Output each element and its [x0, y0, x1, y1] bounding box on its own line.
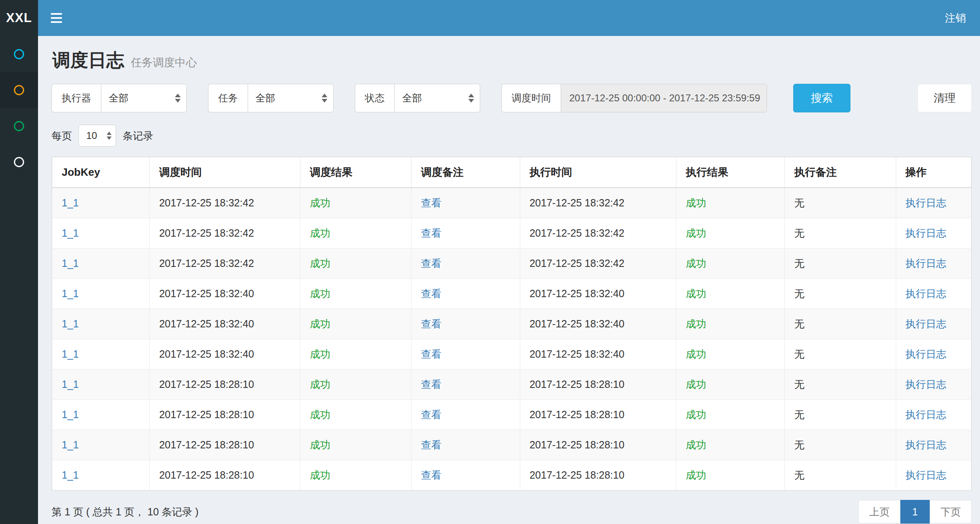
status-select[interactable]: 全部 — [394, 84, 480, 112]
next-page-button[interactable]: 下页 — [929, 500, 972, 524]
view-link[interactable]: 查看 — [421, 439, 441, 450]
trigger-time: 2017-12-25 18:28:10 — [159, 378, 254, 390]
cell-trigger-msg: 查看 — [412, 188, 520, 218]
cell-handle-result: 成功 — [676, 188, 785, 218]
search-button[interactable]: 搜索 — [793, 84, 850, 112]
jobkey-link[interactable]: 1_1 — [62, 227, 79, 239]
cell-handle-msg: 无 — [785, 460, 896, 490]
sidebar-toggle-button[interactable] — [38, 0, 75, 36]
cell-action: 执行日志 — [896, 218, 971, 249]
view-link[interactable]: 查看 — [421, 348, 441, 360]
cell-trigger-time: 2017-12-25 18:28:10 — [150, 369, 300, 400]
exec-log-link[interactable]: 执行日志 — [906, 348, 946, 360]
cell-handle-time: 2017-12-25 18:28:10 — [520, 430, 676, 460]
table-row: 1_12017-12-25 18:28:10成功查看2017-12-25 18:… — [52, 430, 971, 460]
trigger-time: 2017-12-25 18:32:42 — [159, 258, 254, 269]
trigger-time: 2017-12-25 18:32:42 — [159, 227, 254, 239]
job-select[interactable]: 全部 — [248, 84, 333, 112]
view-link[interactable]: 查看 — [421, 318, 441, 329]
exec-log-link[interactable]: 执行日志 — [906, 469, 946, 481]
column-header: JobKey — [52, 157, 150, 188]
trigger-time: 2017-12-25 18:28:10 — [159, 409, 254, 420]
table-row: 1_12017-12-25 18:32:42成功查看2017-12-25 18:… — [52, 218, 971, 249]
cell-handle-msg: 无 — [785, 249, 896, 279]
jobkey-link[interactable]: 1_1 — [62, 197, 79, 208]
handle-msg: 无 — [794, 348, 804, 360]
exec-log-link[interactable]: 执行日志 — [906, 197, 946, 208]
view-link[interactable]: 查看 — [421, 288, 441, 299]
logout-link[interactable]: 注销 — [939, 11, 972, 25]
cell-jobkey: 1_1 — [52, 369, 150, 400]
exec-log-link[interactable]: 执行日志 — [906, 439, 946, 450]
exec-log-link[interactable]: 执行日志 — [906, 409, 946, 420]
exec-log-link[interactable]: 执行日志 — [906, 288, 946, 299]
job-filter-group: 任务 全部 — [208, 84, 333, 112]
handle-result: 成功 — [686, 197, 706, 208]
jobkey-link[interactable]: 1_1 — [62, 409, 79, 420]
executor-select[interactable]: 全部 — [101, 84, 187, 112]
view-link[interactable]: 查看 — [421, 469, 441, 481]
cell-trigger-result: 成功 — [300, 460, 412, 490]
cell-action: 执行日志 — [896, 369, 971, 400]
length-prefix-label: 每页 — [51, 129, 72, 143]
cell-trigger-msg: 查看 — [412, 339, 520, 369]
view-link[interactable]: 查看 — [421, 378, 441, 390]
view-link[interactable]: 查看 — [421, 227, 441, 239]
cell-trigger-time: 2017-12-25 18:32:40 — [150, 279, 300, 309]
main-content: 调度日志 任务调度中心 执行器 全部 任务 全部 状态 全部 — [38, 36, 980, 524]
handle-result: 成功 — [686, 348, 706, 360]
handle-result: 成功 — [686, 439, 706, 450]
cell-jobkey: 1_1 — [52, 188, 150, 218]
cell-jobkey: 1_1 — [52, 460, 150, 490]
clear-button[interactable]: 清理 — [917, 84, 972, 112]
cell-trigger-result: 成功 — [300, 400, 412, 430]
exec-log-link[interactable]: 执行日志 — [906, 378, 946, 390]
cell-jobkey: 1_1 — [52, 218, 150, 249]
prev-page-button[interactable]: 上页 — [858, 500, 901, 524]
exec-log-link[interactable]: 执行日志 — [906, 227, 946, 239]
exec-log-link[interactable]: 执行日志 — [906, 258, 946, 269]
job-filter-label: 任务 — [208, 84, 248, 112]
cell-trigger-time: 2017-12-25 18:32:42 — [150, 188, 300, 218]
view-link[interactable]: 查看 — [421, 258, 441, 269]
sidebar-item-menu-3[interactable] — [0, 108, 38, 144]
cell-trigger-result: 成功 — [300, 188, 412, 218]
sidebar-item-menu-2[interactable] — [0, 72, 38, 108]
handle-result: 成功 — [686, 227, 706, 239]
jobkey-link[interactable]: 1_1 — [62, 378, 79, 390]
view-link[interactable]: 查看 — [421, 409, 441, 420]
sidebar-item-menu-1[interactable] — [0, 36, 38, 72]
page-1-button[interactable]: 1 — [900, 500, 930, 524]
handle-msg: 无 — [794, 197, 804, 208]
page-length-select[interactable]: 10 — [78, 125, 116, 147]
sidebar-item-menu-4[interactable] — [0, 144, 38, 180]
column-header: 操作 — [896, 157, 971, 188]
jobkey-link[interactable]: 1_1 — [62, 469, 79, 481]
app-logo[interactable]: XXL — [0, 0, 38, 36]
trigger-time-range-input[interactable]: 2017-12-25 00:00:00 - 2017-12-25 23:59:5… — [561, 84, 767, 112]
jobkey-link[interactable]: 1_1 — [62, 348, 79, 360]
executor-select-value: 全部 — [109, 92, 128, 105]
cell-handle-result: 成功 — [676, 279, 785, 309]
table-row: 1_12017-12-25 18:32:40成功查看2017-12-25 18:… — [52, 279, 971, 309]
cell-trigger-msg: 查看 — [412, 218, 520, 249]
cell-trigger-time: 2017-12-25 18:32:42 — [150, 249, 300, 279]
cell-trigger-time: 2017-12-25 18:28:10 — [150, 400, 300, 430]
pagination: 上页 1 下页 — [858, 500, 972, 524]
jobkey-link[interactable]: 1_1 — [62, 288, 79, 299]
trigger-time: 2017-12-25 18:32:40 — [159, 288, 254, 299]
cell-handle-time: 2017-12-25 18:28:10 — [520, 460, 676, 490]
exec-log-link[interactable]: 执行日志 — [906, 318, 946, 329]
filter-toolbar: 执行器 全部 任务 全部 状态 全部 调度时间 2017-12-25 00:00… — [51, 84, 972, 112]
circle-outline-icon — [14, 157, 24, 167]
jobkey-link[interactable]: 1_1 — [62, 258, 79, 269]
view-link[interactable]: 查看 — [421, 197, 441, 208]
handle-msg: 无 — [794, 227, 804, 239]
cell-jobkey: 1_1 — [52, 249, 150, 279]
jobkey-link[interactable]: 1_1 — [62, 439, 79, 450]
column-header: 调度结果 — [300, 157, 412, 188]
handle-result: 成功 — [686, 288, 706, 299]
jobkey-link[interactable]: 1_1 — [62, 318, 79, 329]
page-length-control: 每页 10 条记录 — [51, 125, 972, 147]
cell-trigger-time: 2017-12-25 18:28:10 — [150, 460, 300, 490]
